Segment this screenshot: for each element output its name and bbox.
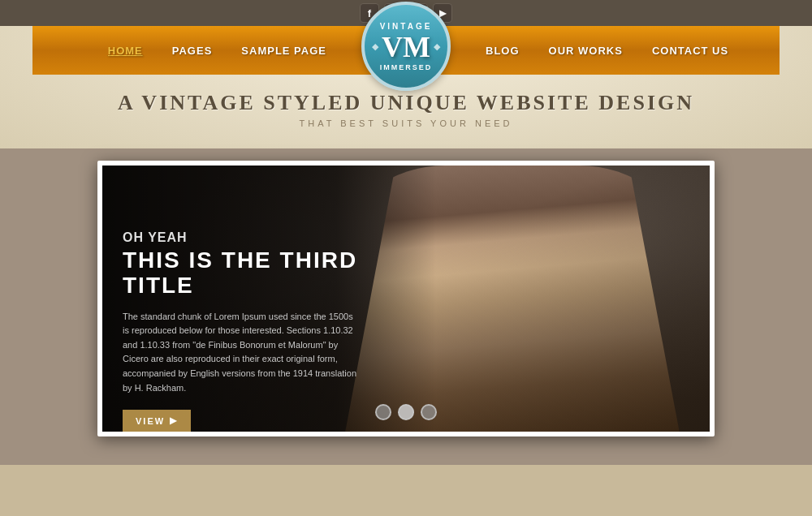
view-button[interactable]: VIEW ▶	[123, 410, 191, 432]
nav-contact-us[interactable]: CONTACT US	[637, 26, 743, 75]
logo-diamond-left: ◆	[372, 41, 378, 52]
nav-pages[interactable]: PAGES	[158, 26, 227, 75]
header-area: HOME PAGES SAMPLE PAGE VINTAGE ◆ VM ◆ IM…	[0, 26, 812, 148]
nav-our-works[interactable]: OUR WORKS	[534, 26, 637, 75]
logo-initials: VM	[382, 32, 430, 62]
slider-frame: OH YEAH THIS IS THE THIRD TITLE The stan…	[97, 161, 715, 436]
slide-text: OH YEAH THIS IS THE THIRD TITLE The stan…	[123, 230, 382, 432]
nav-blog[interactable]: BLOG	[471, 26, 534, 75]
logo-vintage-text: VINTAGE	[380, 22, 433, 31]
slider-container: OH YEAH THIS IS THE THIRD TITLE The stan…	[0, 148, 812, 449]
nav-home[interactable]: HOME	[93, 26, 158, 75]
slider-dot-3[interactable]	[421, 404, 437, 420]
bottom-area	[0, 449, 812, 465]
logo-immersed-text: IMMERSED	[380, 63, 433, 71]
main-title: A VINTAGE STYLED UNIQUE WEBSITE DESIGN	[0, 91, 812, 115]
slide-description: The standard chunk of Lorem Ipsum used s…	[123, 310, 358, 396]
logo[interactable]: VINTAGE ◆ VM ◆ IMMERSED	[361, 2, 451, 91]
slider-dot-1[interactable]	[375, 404, 391, 420]
nav-right: BLOG OUR WORKS CONTACT US	[406, 26, 780, 75]
nav-sample-page[interactable]: SAMPLE PAGE	[227, 26, 341, 75]
slide: OH YEAH THIS IS THE THIRD TITLE The stan…	[102, 166, 710, 432]
slide-title: THIS IS THE THIRD TITLE	[123, 248, 382, 299]
slide-eyebrow: OH YEAH	[123, 230, 382, 245]
slider-dots	[375, 404, 437, 420]
view-arrow-icon: ▶	[170, 415, 178, 426]
sub-title: THAT BEST SUITS YOUR NEED	[0, 118, 812, 128]
nav-left: HOME PAGES SAMPLE PAGE	[32, 26, 406, 75]
view-label: VIEW	[136, 416, 165, 426]
slider-dot-2[interactable]	[398, 404, 414, 420]
logo-diamond-right: ◆	[434, 41, 440, 52]
nav-bar: HOME PAGES SAMPLE PAGE VINTAGE ◆ VM ◆ IM…	[32, 26, 780, 75]
